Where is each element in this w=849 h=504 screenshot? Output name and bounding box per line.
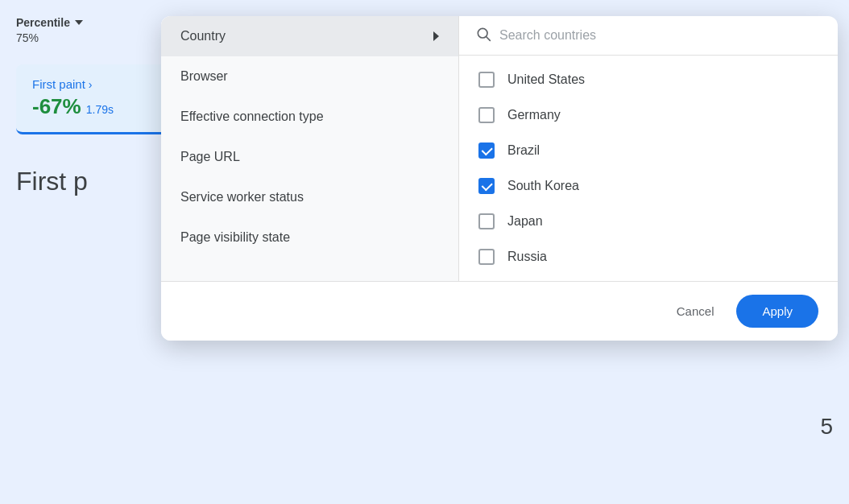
first-paint-change: -67%	[32, 94, 81, 119]
menu-item-effective-connection-type[interactable]: Effective connection type	[161, 97, 458, 137]
menu-item-country[interactable]: Country	[161, 16, 458, 56]
menu-item-label: Page visibility state	[180, 230, 290, 245]
menu-item-label: Country	[180, 29, 226, 43]
menu-item-label: Service worker status	[180, 190, 304, 204]
country-item-germany[interactable]: Germany	[459, 97, 838, 133]
percentile-label: Percentile	[16, 16, 70, 29]
modal-footer: Cancel Apply	[161, 281, 838, 341]
percentile-value: 75%	[16, 31, 39, 44]
country-checkbox[interactable]	[478, 107, 495, 123]
menu-item-label: Effective connection type	[180, 109, 324, 124]
filter-modal: CountryBrowserEffective connection typeP…	[161, 16, 838, 341]
country-item-united-states[interactable]: United States	[459, 62, 838, 97]
search-input[interactable]	[499, 28, 822, 43]
chevron-right-icon	[433, 31, 439, 41]
percentile-chevron-icon	[75, 20, 83, 25]
country-checkbox[interactable]	[478, 143, 495, 159]
country-item-brazil[interactable]: Brazil	[459, 133, 838, 168]
apply-button[interactable]: Apply	[736, 295, 818, 328]
country-name: Germany	[507, 108, 561, 122]
filter-left-panel: CountryBrowserEffective connection typeP…	[161, 16, 459, 281]
country-name: South Korea	[507, 179, 579, 193]
first-paint-time: 1.79s	[86, 103, 114, 116]
cancel-button[interactable]: Cancel	[664, 296, 727, 326]
menu-item-label: Page URL	[180, 150, 240, 164]
search-icon	[475, 26, 491, 45]
num-badge: 5	[820, 414, 833, 440]
countries-list: United StatesGermanyBrazilSouth KoreaJap…	[459, 56, 838, 281]
country-name: Japan	[507, 214, 543, 229]
first-paint-arrow-icon: ›	[89, 78, 93, 91]
country-item-japan[interactable]: Japan	[459, 204, 838, 239]
country-name: Brazil	[507, 143, 540, 158]
country-checkbox[interactable]	[478, 213, 495, 229]
country-checkbox[interactable]	[478, 178, 495, 194]
svg-line-1	[487, 37, 491, 41]
menu-item-page-visibility-state[interactable]: Page visibility state	[161, 217, 458, 258]
country-checkbox[interactable]	[478, 72, 495, 88]
menu-item-label: Browser	[180, 69, 228, 84]
menu-item-page-url[interactable]: Page URL	[161, 137, 458, 177]
menu-item-service-worker-status[interactable]: Service worker status	[161, 177, 458, 217]
country-item-south-korea[interactable]: South Korea	[459, 168, 838, 204]
menu-item-browser[interactable]: Browser	[161, 56, 458, 97]
country-name: Russia	[507, 250, 547, 264]
search-bar	[459, 16, 838, 56]
modal-body: CountryBrowserEffective connection typeP…	[161, 16, 838, 281]
country-item-russia[interactable]: Russia	[459, 239, 838, 275]
first-paint-title-text: First paint	[32, 77, 85, 91]
filter-right-panel: United StatesGermanyBrazilSouth KoreaJap…	[459, 16, 838, 281]
country-name: United States	[507, 72, 585, 87]
country-checkbox[interactable]	[478, 249, 495, 265]
